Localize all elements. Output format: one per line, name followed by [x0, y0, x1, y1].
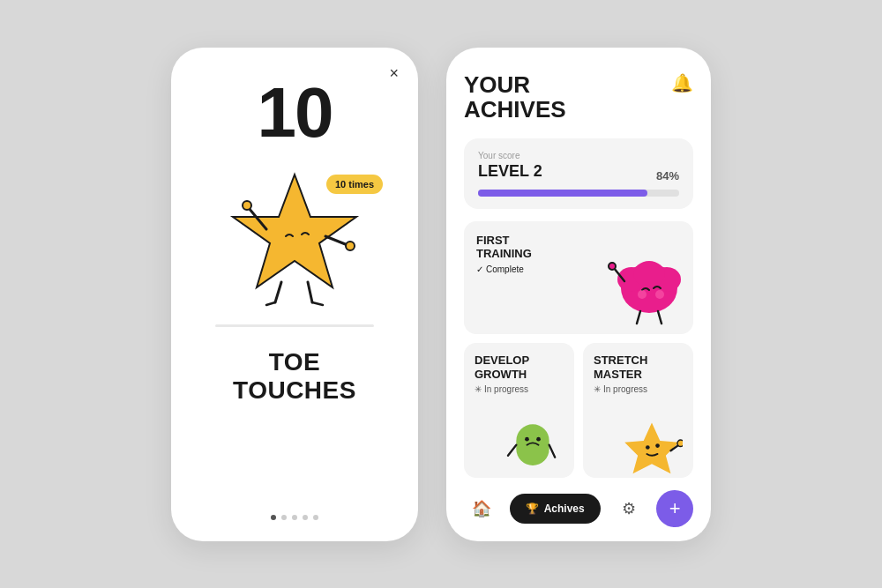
- dot-2: [281, 515, 287, 520]
- svg-point-11: [633, 261, 665, 287]
- home-icon: 🏠: [472, 499, 491, 518]
- achievement-info: FIRSTTRAINING ✓ Complete: [476, 234, 532, 274]
- bottom-nav: 🏠 🏆 Achives ⚙ +: [464, 490, 693, 527]
- settings-button[interactable]: ⚙: [611, 491, 647, 526]
- svg-rect-18: [516, 424, 549, 465]
- svg-line-7: [312, 302, 323, 305]
- yellow-character: [621, 416, 683, 478]
- achives-label: Achives: [544, 502, 585, 515]
- svg-line-16: [637, 311, 640, 324]
- svg-point-26: [677, 440, 683, 446]
- achievement-title: STRETCHMASTER: [594, 354, 683, 381]
- left-phone: × 10 10 times TOETOUCHES: [171, 48, 418, 541]
- trophy-icon: 🏆: [526, 502, 539, 515]
- achievement-title: DEVELOPGROWTH: [475, 354, 564, 381]
- times-badge: 10 times: [326, 175, 383, 194]
- svg-point-23: [646, 445, 650, 450]
- page-title: YOUR ACHIVES: [464, 72, 566, 123]
- svg-line-22: [549, 444, 556, 457]
- star-character-area: 10 times: [206, 157, 383, 324]
- pagination-dots: [271, 515, 318, 524]
- achievement-status: ✳ In progress: [475, 384, 564, 394]
- svg-point-13: [609, 263, 616, 270]
- svg-point-24: [655, 443, 660, 448]
- progress-bar: [478, 190, 679, 197]
- svg-line-21: [508, 444, 516, 455]
- settings-icon: ⚙: [622, 499, 636, 518]
- right-header: YOUR ACHIVES 🔔: [464, 72, 693, 123]
- dot-5: [313, 515, 318, 520]
- svg-line-5: [266, 302, 275, 305]
- achievement-status: ✓ Complete: [476, 264, 532, 274]
- pink-character: [605, 255, 693, 334]
- rep-count: 10: [258, 78, 333, 148]
- green-character: [502, 416, 564, 478]
- svg-point-19: [525, 436, 529, 441]
- close-button[interactable]: ×: [389, 65, 399, 81]
- dot-1: [271, 515, 276, 520]
- svg-line-17: [658, 311, 662, 324]
- progress-icon: ✳: [475, 384, 482, 394]
- svg-point-15: [655, 290, 664, 299]
- check-icon: ✓: [476, 264, 483, 274]
- achievements-grid: FIRSTTRAINING ✓ Complete: [464, 221, 693, 478]
- score-label: Your score: [478, 151, 679, 160]
- progress-bar-fill: [478, 190, 647, 197]
- svg-point-1: [243, 201, 251, 210]
- plus-icon: +: [669, 497, 681, 520]
- dot-3: [292, 515, 297, 520]
- achievement-first-training: FIRSTTRAINING ✓ Complete: [464, 221, 693, 334]
- add-button[interactable]: +: [656, 490, 693, 527]
- achievement-develop-growth: DEVELOPGROWTH ✳ In progress: [464, 343, 574, 478]
- dot-4: [303, 515, 308, 520]
- right-phone: YOUR ACHIVES 🔔 Your score LEVEL 2 84% FI…: [446, 48, 711, 541]
- svg-point-20: [536, 436, 541, 441]
- achievement-status: ✳ In progress: [594, 384, 683, 394]
- svg-line-2: [325, 236, 348, 245]
- svg-point-14: [638, 290, 647, 299]
- score-card: Your score LEVEL 2 84%: [464, 138, 693, 209]
- home-button[interactable]: 🏠: [464, 491, 499, 526]
- svg-line-4: [275, 282, 281, 302]
- achievement-stretch-master: STRETCHMASTER ✳ In progress: [583, 343, 693, 478]
- level-text: LEVEL 2: [478, 162, 542, 181]
- progress-icon: ✳: [594, 384, 601, 394]
- bell-icon[interactable]: 🔔: [671, 72, 693, 93]
- exercise-name: TOETOUCHES: [233, 348, 356, 405]
- svg-line-6: [308, 282, 312, 302]
- score-percent: 84%: [656, 169, 679, 182]
- svg-point-3: [346, 242, 355, 250]
- achievement-title: FIRSTTRAINING: [476, 234, 532, 261]
- achives-button[interactable]: 🏆 Achives: [510, 494, 601, 524]
